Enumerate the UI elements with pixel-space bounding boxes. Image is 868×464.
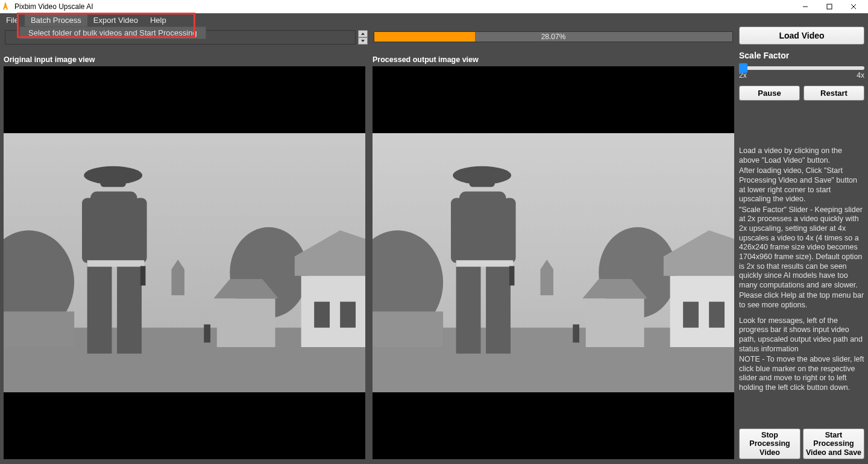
original-frame-image xyxy=(4,133,365,392)
scale-factor-slider[interactable] xyxy=(739,66,864,70)
svg-rect-35 xyxy=(709,302,725,328)
svg-rect-27 xyxy=(140,266,146,285)
svg-rect-39 xyxy=(373,312,443,347)
svg-rect-32 xyxy=(670,276,734,347)
progress-percent: 28.07% xyxy=(374,32,732,42)
slider-thumb[interactable] xyxy=(739,63,747,73)
svg-marker-5 xyxy=(361,40,365,42)
help-line-2: After loading video, Click "Start Proces… xyxy=(739,166,864,204)
svg-rect-24 xyxy=(82,198,95,263)
maximize-button[interactable] xyxy=(817,0,841,13)
close-button[interactable] xyxy=(841,0,866,13)
scale-max-label: 4x xyxy=(857,71,864,80)
dropdown-select-folder[interactable]: Select folder of bulk videos and Start P… xyxy=(20,27,206,39)
svg-rect-22 xyxy=(87,263,112,354)
help-line-6: NOTE - To move the above slider, left cl… xyxy=(739,355,864,393)
svg-rect-13 xyxy=(340,302,356,328)
svg-rect-10 xyxy=(301,276,365,347)
app-logo-icon xyxy=(2,2,11,11)
svg-rect-21 xyxy=(90,192,137,263)
load-video-button[interactable]: Load Video xyxy=(739,27,864,45)
progress-bar: 28.07% xyxy=(374,31,733,42)
menu-bar: File Batch Process Export Video Help xyxy=(0,13,868,27)
svg-rect-46 xyxy=(451,198,464,263)
help-line-3: "Scale Factor" Slider - Keeping slider a… xyxy=(739,205,864,290)
svg-rect-17 xyxy=(4,312,74,347)
svg-rect-1 xyxy=(827,4,832,9)
svg-rect-20 xyxy=(100,169,126,187)
restart-button[interactable]: Restart xyxy=(804,86,864,101)
slider-range-labels: 2x 4x xyxy=(739,71,864,80)
svg-rect-43 xyxy=(459,192,506,263)
svg-rect-47 xyxy=(503,198,516,263)
window-title: Pixbim Video Upscale AI xyxy=(14,2,93,11)
svg-rect-44 xyxy=(456,263,481,354)
svg-rect-49 xyxy=(509,266,515,285)
processed-view-label: Processed output image view xyxy=(373,55,734,65)
svg-rect-23 xyxy=(117,263,142,354)
pause-button[interactable]: Pause xyxy=(739,86,800,101)
minimize-button[interactable] xyxy=(793,0,817,13)
start-processing-button[interactable]: Start Processing Video and Save xyxy=(803,428,864,459)
frame-stepper xyxy=(358,30,368,45)
svg-rect-40 xyxy=(573,324,579,342)
menu-export-video[interactable]: Export Video xyxy=(87,13,144,27)
svg-marker-4 xyxy=(361,33,365,35)
svg-rect-48 xyxy=(456,260,514,267)
stepper-down-button[interactable] xyxy=(358,37,368,45)
svg-rect-18 xyxy=(204,324,210,342)
side-panel: Load Video Scale Factor 2x 4x Pause Rest… xyxy=(739,27,864,459)
svg-rect-26 xyxy=(87,260,145,267)
original-view-label: Original input image view xyxy=(4,55,365,65)
menu-batch-process[interactable]: Batch Process xyxy=(25,13,87,27)
window-titlebar: Pixbim Video Upscale AI xyxy=(0,0,868,13)
menu-help[interactable]: Help xyxy=(144,13,172,27)
processed-frame-image xyxy=(373,133,734,392)
comparison-views: Original input image view xyxy=(4,55,734,459)
stop-processing-button[interactable]: Stop Processing Video xyxy=(739,428,800,459)
svg-rect-12 xyxy=(314,302,330,328)
processed-view: Processed output image view xyxy=(373,55,734,459)
menu-file[interactable]: File xyxy=(0,13,25,27)
scale-factor-label: Scale Factor xyxy=(739,51,864,60)
processed-frame xyxy=(373,66,734,459)
svg-rect-45 xyxy=(486,263,511,354)
svg-rect-36 xyxy=(586,298,644,347)
original-view: Original input image view xyxy=(4,55,365,459)
batch-process-dropdown: Select folder of bulk videos and Start P… xyxy=(19,27,206,39)
original-frame xyxy=(4,66,365,459)
svg-rect-25 xyxy=(134,198,147,263)
svg-rect-34 xyxy=(683,302,699,328)
help-line-1: Load a video by clicking on the above "L… xyxy=(739,146,864,165)
help-line-4: Please click Help at the top menu bar to… xyxy=(739,291,864,310)
help-text-block: Load a video by clicking on the above "L… xyxy=(739,146,864,394)
help-line-5: Look for messages, left of the progress … xyxy=(739,316,864,354)
stepper-up-button[interactable] xyxy=(358,30,368,37)
svg-rect-42 xyxy=(469,169,495,187)
svg-rect-14 xyxy=(217,298,275,347)
